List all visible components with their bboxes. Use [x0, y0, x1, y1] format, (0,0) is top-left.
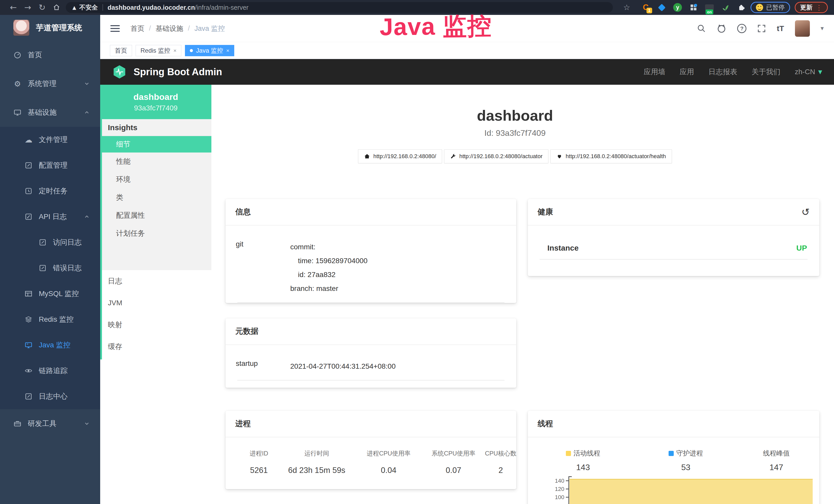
- bookmark-star-icon[interactable]: ☆: [619, 0, 634, 15]
- menu-item-logs[interactable]: 日志: [100, 270, 212, 292]
- service-url-button[interactable]: http://192.168.0.2:48080/: [358, 150, 442, 163]
- sidebar-item-api-logs[interactable]: API 日志: [0, 204, 100, 230]
- sidebar-item-mysql-monitor[interactable]: MySQL 监控: [0, 281, 100, 306]
- paused-extension-button[interactable]: 已暂停: [750, 2, 790, 13]
- breadcrumb-infrastructure[interactable]: 基础设施: [156, 24, 183, 33]
- actuator-url-button[interactable]: http://192.168.0.2:48080/actuator: [444, 150, 548, 163]
- sidebar-item-scheduled-jobs[interactable]: 定时任务: [0, 178, 100, 204]
- instance-header[interactable]: dashboard 93a3fc7f7409: [100, 85, 212, 119]
- y-tick-140: 140: [550, 478, 564, 484]
- app-logo[interactable]: 芋道管理系统: [0, 15, 100, 41]
- menu-item-metrics[interactable]: 性能: [100, 153, 212, 170]
- sidebar-submenu-infrastructure: ☁ 文件管理 配置管理 定时任务 API 日志 访问日志: [0, 127, 100, 409]
- user-avatar[interactable]: [795, 20, 810, 37]
- health-url-button[interactable]: http://192.168.0.2:48080/actuator/health: [550, 150, 672, 163]
- extension-colorzilla-icon[interactable]: C 1: [641, 2, 651, 13]
- tab-label: Java 监控: [196, 46, 223, 55]
- extension-leaf-icon[interactable]: [720, 2, 730, 13]
- value-system-cpu: 0.07: [422, 466, 485, 475]
- refresh-icon[interactable]: ↻: [35, 0, 49, 15]
- hamburger-icon[interactable]: [110, 25, 120, 32]
- sba-body: dashboard 93a3fc7f7409 Insights 细节 性能 环境…: [100, 85, 834, 504]
- diamond-icon: [658, 4, 665, 11]
- menu-item-config-props[interactable]: 配置属性: [100, 206, 212, 224]
- sidebar-item-config-mgmt[interactable]: 配置管理: [0, 153, 100, 178]
- chrome-update-button[interactable]: 更新 ⋮: [795, 2, 828, 13]
- github-icon[interactable]: [717, 24, 726, 33]
- breadcrumb-home[interactable]: 首页: [130, 24, 144, 33]
- sidebar-item-java-monitor[interactable]: Java 监控: [0, 332, 100, 358]
- gear-icon: ⚙: [13, 79, 22, 88]
- sidebar-item-file-mgmt[interactable]: ☁ 文件管理: [0, 127, 100, 153]
- fullscreen-icon[interactable]: [757, 24, 766, 33]
- search-icon[interactable]: [697, 24, 706, 33]
- sidebar-item-redis-monitor[interactable]: Redis 监控: [0, 306, 100, 332]
- tags-view-bar: 首页 Redis 监控 × Java 监控 ×: [100, 42, 834, 59]
- font-size-icon[interactable]: tT: [777, 24, 784, 33]
- chevron-down-icon: ▼: [818, 69, 822, 75]
- address-bar[interactable]: ▲ 不安全 dashboard.yudao.iocoder.cn /infra/…: [66, 2, 613, 13]
- kebab-menu-icon[interactable]: ⋮: [815, 4, 822, 12]
- address-divider: [103, 4, 103, 11]
- sidebar-item-home[interactable]: 首页: [0, 41, 100, 69]
- on-badge: on: [706, 9, 713, 15]
- col-header-uptime: 运行时间: [278, 449, 355, 458]
- menu-item-jvm[interactable]: JVM: [100, 292, 212, 314]
- menu-item-environment[interactable]: 环境: [100, 170, 212, 188]
- sba-nav-wallboard[interactable]: 应用墙: [644, 67, 665, 77]
- avatar-caret-icon[interactable]: ▼: [821, 26, 824, 31]
- browser-home-icon[interactable]: [49, 4, 64, 11]
- health-url: http://192.168.0.2:48080/actuator/health: [566, 153, 666, 160]
- extension-pin-icon[interactable]: [657, 2, 667, 13]
- sidebar-item-tracing[interactable]: 链路追踪: [0, 358, 100, 384]
- menu-item-mappings[interactable]: 映射: [100, 314, 212, 336]
- annotation-java-monitor: Java 监控: [379, 10, 492, 44]
- sidebar-label: Redis 监控: [39, 315, 73, 324]
- close-icon[interactable]: ×: [173, 47, 176, 54]
- sidebar-item-error-logs[interactable]: 错误日志: [0, 255, 100, 281]
- sidebar-item-access-logs[interactable]: 访问日志: [0, 230, 100, 255]
- sba-nav-journal[interactable]: 日志报表: [708, 67, 737, 77]
- extension-onetab-icon[interactable]: on: [704, 2, 715, 13]
- insights-section-title: Insights: [100, 119, 212, 136]
- sidebar-label: 研发工具: [28, 419, 57, 429]
- sba-content: dashboard Id: 93a3fc7f7409 http://192.16…: [212, 85, 834, 504]
- tab-redis-monitor[interactable]: Redis 监控 ×: [136, 45, 181, 56]
- col-header-system-cpu: 系统CPU使用率: [422, 449, 485, 458]
- breadcrumb-separator: /: [188, 24, 190, 32]
- cloud-icon: ☁: [24, 135, 32, 144]
- sidebar-item-infrastructure[interactable]: 基础设施: [0, 98, 100, 127]
- tab-home[interactable]: 首页: [110, 45, 132, 56]
- card-title: 元数据: [235, 326, 258, 337]
- history-icon[interactable]: ↺: [802, 206, 810, 218]
- sidebar-item-system-mgmt[interactable]: ⚙ 系统管理: [0, 69, 100, 98]
- value-uptime: 6d 23h 15m 59s: [278, 466, 355, 475]
- menu-item-details[interactable]: 细节: [100, 136, 212, 153]
- menu-item-caches[interactable]: 缓存: [100, 336, 212, 358]
- git-id-line: id: 27aa832: [290, 268, 368, 282]
- meta-value: 2021-04-27T00:44:31.254+08:00: [290, 360, 396, 373]
- extension-grid-icon[interactable]: [688, 2, 699, 13]
- back-icon[interactable]: ←: [6, 0, 21, 15]
- tab-java-monitor[interactable]: Java 监控 ×: [185, 45, 234, 56]
- sba-nav-about[interactable]: 关于我们: [751, 67, 780, 77]
- sba-nav-applications[interactable]: 应用: [680, 67, 694, 77]
- health-status-badge: UP: [796, 244, 807, 252]
- sidebar-item-log-center[interactable]: 日志中心: [0, 384, 100, 409]
- forward-icon[interactable]: →: [21, 0, 35, 15]
- help-icon[interactable]: ?: [737, 24, 746, 33]
- menu-item-classes[interactable]: 类: [100, 188, 212, 206]
- sidebar-item-dev-tools[interactable]: 研发工具: [0, 409, 100, 438]
- extension-y-icon[interactable]: y: [673, 2, 683, 13]
- tab-label: Redis 监控: [140, 46, 170, 55]
- value-process-cpu: 0.04: [355, 466, 422, 475]
- menu-item-scheduled-tasks[interactable]: 计划任务: [100, 224, 212, 243]
- git-time-line: time: 1596289704000: [290, 254, 368, 268]
- card-title: 信息: [235, 207, 251, 217]
- sba-locale-select[interactable]: zh-CN ▼: [795, 68, 822, 76]
- close-icon[interactable]: ×: [226, 47, 229, 54]
- sidebar-label: Java 监控: [39, 340, 70, 350]
- info-value: commit: time: 1596289704000 id: 27aa832 …: [290, 240, 368, 296]
- extension-puzzle-icon[interactable]: [736, 2, 746, 13]
- legend-daemon-threads: 守护进程: [676, 449, 703, 458]
